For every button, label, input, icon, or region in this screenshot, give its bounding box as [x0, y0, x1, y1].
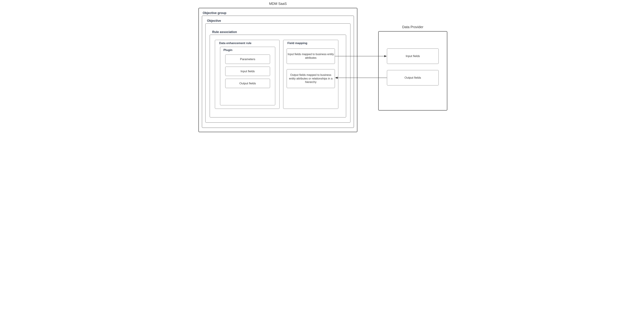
objective-title: Objective — [207, 19, 221, 23]
output-mapped-box: Output fields mapped to business entity … — [286, 69, 335, 88]
objective-group-title: Objective group — [203, 11, 226, 15]
plugin-output-fields-box: Output fields — [225, 79, 270, 88]
input-mapped-label: Input fields mapped to business entity a… — [287, 49, 334, 64]
plugin-title: Plugin — [224, 48, 232, 52]
data-enhancement-rule-title: Data enhancement rule — [219, 41, 252, 45]
data-provider-title: Data Provider — [378, 25, 448, 29]
field-mapping-title: Field mapping — [288, 41, 307, 45]
rule-association-title: Rule association — [212, 30, 237, 34]
output-mapped-label: Output fields mapped to business entity … — [287, 69, 334, 88]
plugin-input-fields-label: Input fields — [226, 67, 270, 76]
plugin-parameters-box: Parameters — [225, 54, 270, 64]
plugin-parameters-label: Parameters — [226, 55, 270, 64]
mdm-saas-title: MDM SaaS — [198, 2, 358, 6]
provider-input-fields-box: Input fields — [387, 48, 439, 64]
plugin-input-fields-box: Input fields — [225, 66, 270, 76]
plugin-output-fields-label: Output fields — [226, 79, 270, 88]
diagram-canvas: MDM SaaS Objective group Objective Rule … — [193, 0, 451, 133]
provider-output-fields-box: Output fields — [387, 70, 439, 85]
provider-output-fields-label: Output fields — [387, 70, 438, 85]
provider-input-fields-label: Input fields — [387, 49, 438, 64]
input-mapped-box: Input fields mapped to business entity a… — [286, 48, 335, 64]
